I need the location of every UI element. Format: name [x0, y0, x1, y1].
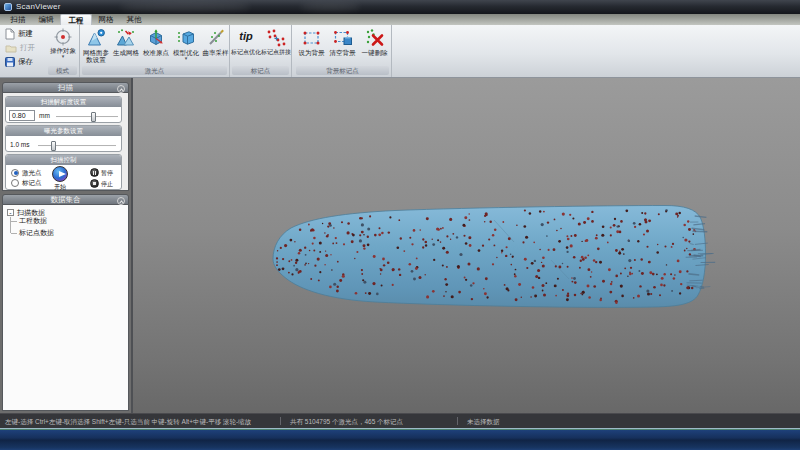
- marker-dot: [593, 259, 596, 262]
- marker-dot: [324, 264, 326, 266]
- marker-dot: [556, 230, 558, 232]
- pause-scan-button[interactable]: [90, 168, 99, 177]
- open-button[interactable]: 打开: [3, 41, 44, 54]
- model-optimize-button[interactable]: 模型优化 ▾: [171, 28, 201, 60]
- marker-dot: [623, 253, 625, 255]
- delete-all-button[interactable]: 一键删除: [359, 28, 390, 56]
- stop-scan-button[interactable]: [90, 179, 99, 188]
- marker-dot: [562, 213, 565, 216]
- tab-scan[interactable]: 扫描: [4, 14, 32, 25]
- new-button[interactable]: 新建: [3, 27, 44, 40]
- marker-dot: [541, 223, 544, 226]
- marker-dot: [620, 285, 623, 288]
- marker-dot: [335, 237, 337, 239]
- marker-dot: [425, 241, 428, 244]
- collapse-button[interactable]: [117, 85, 125, 93]
- marker-dot: [361, 217, 363, 219]
- tab-edit[interactable]: 编辑: [32, 14, 60, 25]
- marker-dot: [522, 241, 524, 243]
- marker-dot: [365, 292, 367, 294]
- marker-dot: [333, 227, 334, 228]
- marker-dot: [363, 234, 365, 236]
- marker-dot: [392, 268, 395, 271]
- marker-dot: [361, 223, 364, 226]
- marker-dot: [465, 242, 468, 245]
- marker-dot: [573, 256, 576, 259]
- dropdown-arrow-icon: ▾: [62, 54, 65, 58]
- marker-dot: [299, 229, 302, 232]
- tree-item-project-data[interactable]: 工程数据: [19, 217, 47, 225]
- marker-dot: [462, 224, 465, 227]
- marker-dot: [615, 249, 618, 252]
- resolution-slider-thumb[interactable]: [91, 112, 96, 122]
- resolution-slider-track[interactable]: [56, 116, 118, 118]
- tab-other[interactable]: 其他: [120, 14, 148, 25]
- marker-dot: [566, 251, 568, 253]
- marker-dot: [570, 244, 573, 247]
- marker-dot: [440, 241, 442, 243]
- marker-dot: [469, 244, 472, 247]
- status-divider: [457, 417, 458, 425]
- tab-engineering[interactable]: 工程: [60, 14, 92, 25]
- marker-dot: [389, 216, 391, 218]
- marker-dot: [678, 212, 680, 214]
- marker-dot: [293, 265, 295, 267]
- marker-dot: [587, 217, 590, 220]
- marker-dot: [547, 221, 549, 223]
- resolution-input[interactable]: 0.80: [9, 110, 35, 121]
- marker-dot: [515, 298, 518, 301]
- operate-object-button[interactable]: 操作对象 ▾: [48, 28, 78, 58]
- exposure-slider-track[interactable]: [38, 145, 116, 147]
- marker-dot: [514, 275, 517, 278]
- save-button[interactable]: 保存: [3, 55, 44, 68]
- marker-stitch-button[interactable]: 标记点拼接: [261, 28, 291, 56]
- marker-dot: [518, 283, 521, 286]
- marker-dot: [362, 279, 364, 281]
- clear-background-button[interactable]: 清空背景: [327, 28, 358, 56]
- marker-dot: [530, 296, 532, 298]
- start-scan-button[interactable]: [52, 166, 68, 182]
- marker-dot: [415, 267, 418, 270]
- marker-dot: [492, 263, 494, 265]
- marker-dot: [646, 246, 648, 248]
- marker-dot: [674, 274, 676, 276]
- marker-dot: [525, 236, 528, 239]
- tree-item-scan-data[interactable]: 扫描数据: [17, 209, 45, 217]
- marker-dot: [425, 244, 427, 246]
- tree-line: [11, 233, 17, 234]
- marker-dot: [501, 252, 502, 253]
- clear-background-icon: [333, 28, 353, 48]
- marker-dot: [304, 264, 306, 266]
- curvature-sample-button[interactable]: 曲率采样: [201, 28, 230, 56]
- marker-dot: [571, 281, 573, 283]
- marker-dot: [580, 260, 582, 262]
- 3d-viewport[interactable]: [133, 78, 800, 413]
- set-background-button[interactable]: 设为背景: [296, 28, 327, 56]
- collapse-button[interactable]: [117, 197, 125, 205]
- marker-optimize-button[interactable]: tip 标记点优化: [231, 28, 261, 56]
- mesh-params-button[interactable]: 网格面参数设置: [81, 28, 111, 63]
- marker-dot: [445, 291, 446, 292]
- marker-dot: [400, 237, 402, 239]
- laser-point-radio[interactable]: [11, 169, 19, 177]
- generate-mesh-button[interactable]: 生成网格: [111, 28, 141, 56]
- marker-dot: [675, 212, 678, 215]
- marker-point-radio[interactable]: [11, 179, 19, 187]
- marker-dot: [647, 292, 650, 295]
- open-folder-icon: [5, 43, 17, 53]
- marker-dot: [543, 211, 545, 213]
- marker-dot: [432, 290, 435, 293]
- marker-dot: [566, 298, 569, 301]
- tree-item-marker-data[interactable]: 标记点数据: [19, 229, 54, 237]
- marker-dot: [628, 240, 630, 242]
- marker-dot: [648, 261, 650, 263]
- marker-dot: [558, 266, 561, 269]
- tab-mesh[interactable]: 网格: [92, 14, 120, 25]
- marker-dot: [450, 238, 451, 239]
- calibrate-origin-button[interactable]: 校准原点: [141, 28, 171, 56]
- tree-expander[interactable]: -: [7, 209, 14, 216]
- marker-dot: [277, 250, 278, 251]
- marker-dot: [413, 278, 416, 281]
- exposure-slider-thumb[interactable]: [51, 141, 56, 151]
- title-bar: ScanViewer: [0, 0, 800, 14]
